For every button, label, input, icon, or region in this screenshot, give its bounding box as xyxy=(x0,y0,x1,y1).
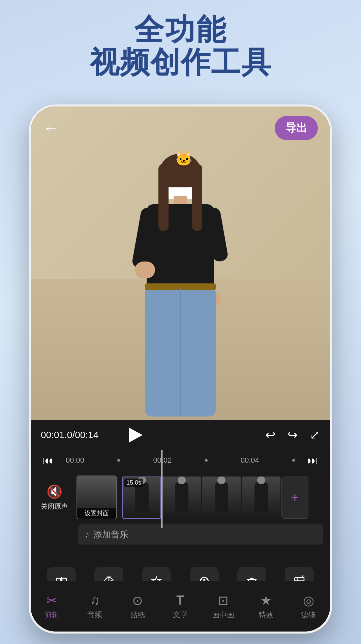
mini-head-3 xyxy=(217,477,225,485)
nav-filters[interactable]: ◎ 滤镜 xyxy=(290,593,327,620)
clip-4-figure xyxy=(254,482,268,513)
timeline-ruler: 00:00 00:02 00:04 xyxy=(59,456,302,465)
cover-label: 设置封面 xyxy=(77,508,116,519)
clips-row: 🔇 关闭原声 设置封面 15.0s xyxy=(31,470,330,524)
header-line1: 全功能 xyxy=(0,13,361,46)
effects-icon: ★ xyxy=(260,593,272,608)
clip-2[interactable] xyxy=(162,477,201,519)
text-icon: T xyxy=(176,593,184,608)
nav-effects-label: 特效 xyxy=(259,610,273,620)
add-clip-button[interactable]: + xyxy=(281,477,308,519)
nav-pip[interactable]: ⊡ 画中画 xyxy=(205,593,242,620)
hand-left xyxy=(135,262,155,278)
person-figure: 🐱 xyxy=(133,157,228,420)
phone-inner: 🐱 ← 导出 00:01.0/00:1 xyxy=(31,106,330,632)
sticker-icon: ⊙ xyxy=(132,593,143,608)
timeline-dot-1 xyxy=(117,459,120,462)
clip-4[interactable] xyxy=(242,477,280,519)
clip-1[interactable]: 15.0s xyxy=(122,477,161,519)
nav-edit-label: 剪辑 xyxy=(44,610,59,620)
filters-icon: ◎ xyxy=(303,593,314,608)
nav-filters-label: 滤镜 xyxy=(301,610,316,620)
mini-head-4 xyxy=(257,477,265,485)
playhead xyxy=(161,450,162,528)
play-icon xyxy=(129,428,143,442)
nav-text[interactable]: T 文字 xyxy=(162,593,199,620)
export-button[interactable]: 导出 xyxy=(275,116,318,140)
undo-button[interactable]: ↩ xyxy=(265,428,275,442)
header-line2: 视频创作工具 xyxy=(0,46,361,79)
music-icon: ♫ xyxy=(90,593,100,608)
phone-mockup: 🐱 ← 导出 00:01.0/00:1 xyxy=(29,104,332,634)
music-row[interactable]: ♪ 添加音乐 xyxy=(78,524,323,545)
timeline-dot-3 xyxy=(292,459,295,462)
cover-clip[interactable]: 设置封面 xyxy=(77,476,117,519)
scissors-icon: ✂ xyxy=(47,593,57,608)
mute-button[interactable]: 🔇 关闭原声 xyxy=(37,484,71,511)
hair-side-left xyxy=(158,164,169,231)
video-preview: 🐱 ← 导出 xyxy=(31,106,330,420)
control-icons: ↩ ↪ ⤢ xyxy=(265,428,320,442)
clip-2-content xyxy=(162,477,201,519)
time-display: 00:01.0/00:14 xyxy=(41,430,115,440)
clip-1-figure xyxy=(135,482,149,513)
header-section: 全功能 视频创作工具 xyxy=(0,13,361,79)
video-content: 🐱 xyxy=(31,106,330,420)
controls-bar: 00:01.0/00:14 ↩ ↪ ⤢ xyxy=(31,420,330,450)
duration-badge: 15.0s xyxy=(124,479,143,487)
back-button[interactable]: ← xyxy=(43,119,59,137)
nav-audio[interactable]: ♫ 音频 xyxy=(76,593,113,620)
clip-3[interactable] xyxy=(202,477,241,519)
add-clip-icon: + xyxy=(291,490,299,505)
time-mark-4: 00:04 xyxy=(241,456,259,465)
play-button[interactable] xyxy=(125,424,147,446)
clip-2-figure xyxy=(175,482,188,513)
pants-seam xyxy=(180,288,181,417)
nav-sticker-label: 贴纸 xyxy=(130,610,145,620)
nav-pip-label: 画中画 xyxy=(212,610,234,620)
mute-label: 关闭原声 xyxy=(41,502,68,511)
nav-edit[interactable]: ✂ 剪辑 xyxy=(33,593,70,620)
pants xyxy=(145,288,216,417)
clip-4-content xyxy=(242,477,280,519)
cover-thumbnail: 设置封面 xyxy=(77,476,116,519)
torso xyxy=(147,204,214,292)
nav-effects[interactable]: ★ 特效 xyxy=(247,593,284,620)
clip-3-figure xyxy=(215,482,228,513)
music-note-icon: ♪ xyxy=(85,529,89,540)
hello-kitty-sticker: 🐱 xyxy=(175,150,192,167)
timeline-area: ⏮ 00:00 00:02 00:04 ⏭ xyxy=(31,450,330,470)
bottom-nav: ✂ 剪辑 ♫ 音频 ⊙ 贴纸 T 文字 ⊡ 画中画 ★ 特效 xyxy=(31,581,330,632)
nav-audio-label: 音频 xyxy=(87,610,102,620)
pip-icon: ⊡ xyxy=(218,593,229,608)
clips-strip: 15.0s + xyxy=(122,476,323,519)
nav-text-label: 文字 xyxy=(173,610,188,620)
music-label: 添加音乐 xyxy=(93,529,128,541)
timeline-end-button[interactable]: ⏭ xyxy=(302,454,323,467)
time-mark-0: 00:00 xyxy=(66,456,84,465)
clip-3-content xyxy=(202,477,241,519)
hair-side-right xyxy=(192,164,202,231)
mini-head-2 xyxy=(178,477,186,485)
timeline-start-button[interactable]: ⏮ xyxy=(37,454,59,467)
fullscreen-button[interactable]: ⤢ xyxy=(310,428,320,442)
redo-button[interactable]: ↪ xyxy=(288,428,298,442)
nav-sticker[interactable]: ⊙ 贴纸 xyxy=(119,593,156,620)
mute-icon: 🔇 xyxy=(47,484,62,499)
timeline-dot-2 xyxy=(205,459,208,462)
